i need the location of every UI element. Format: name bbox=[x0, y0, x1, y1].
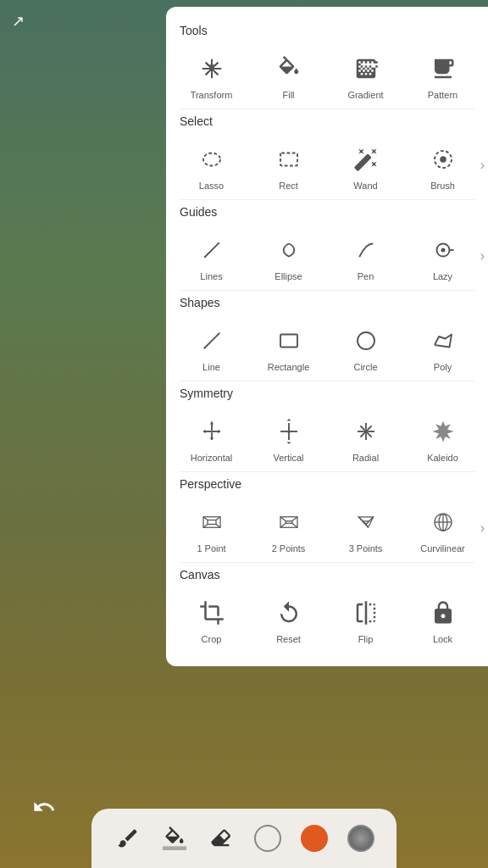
fill-label: Fill bbox=[282, 90, 294, 100]
crop-tool[interactable]: Crop bbox=[173, 588, 250, 649]
pattern-icon bbox=[425, 51, 461, 86]
svg-line-2 bbox=[205, 63, 208, 66]
fill-icon bbox=[271, 51, 307, 86]
crop-icon bbox=[194, 595, 230, 631]
perspective-grid: 1 Point 2 Points bbox=[173, 498, 481, 559]
perspective-chevron-right[interactable]: › bbox=[480, 520, 485, 536]
divider-3 bbox=[180, 290, 474, 291]
guides-grid: Lines Ellipse Pen bbox=[173, 225, 481, 287]
tools-grid: Transform Fill Gradient bbox=[173, 44, 481, 105]
ellipse-icon bbox=[271, 232, 307, 268]
line-shape-icon bbox=[194, 323, 230, 359]
ellipse-tool[interactable]: Ellipse bbox=[250, 225, 327, 287]
tools-section-title: Tools bbox=[173, 20, 481, 44]
svg-point-9 bbox=[440, 156, 446, 163]
brush-tool[interactable] bbox=[109, 820, 147, 857]
transform-label: Transform bbox=[191, 90, 233, 100]
svg-line-5 bbox=[214, 72, 218, 75]
svg-rect-7 bbox=[280, 153, 297, 166]
lazy-label: Lazy bbox=[433, 271, 452, 281]
svg-line-42 bbox=[280, 523, 286, 527]
svg-line-31 bbox=[367, 426, 371, 430]
radial-symmetry-icon bbox=[348, 414, 384, 449]
svg-point-23 bbox=[287, 430, 291, 433]
kaleido-symmetry-label: Kaleido bbox=[427, 453, 458, 463]
lock-tool[interactable]: Lock bbox=[404, 588, 481, 649]
wand-tool[interactable]: Wand bbox=[327, 135, 404, 196]
symmetry-grid: Horizontal Vertical bbox=[173, 407, 481, 468]
lazy-icon bbox=[425, 232, 461, 268]
divider-6 bbox=[180, 562, 474, 563]
kaleido-symmetry-icon bbox=[425, 414, 461, 449]
horizontal-symmetry-label: Horizontal bbox=[191, 453, 233, 463]
rect-select-tool[interactable]: Rect bbox=[250, 135, 327, 196]
reset-tool[interactable]: Reset bbox=[250, 588, 327, 649]
color-orange-button[interactable] bbox=[296, 820, 333, 857]
undo-button[interactable] bbox=[25, 788, 63, 826]
pen-tool[interactable]: Pen bbox=[327, 225, 404, 287]
svg-line-10 bbox=[204, 242, 219, 258]
pen-label: Pen bbox=[358, 271, 374, 281]
svg-line-3 bbox=[214, 63, 218, 66]
circle-shape-label: Circle bbox=[353, 362, 377, 372]
circle-shape-icon bbox=[348, 323, 384, 359]
3-points-label: 3 Points bbox=[349, 543, 383, 554]
line-shape-tool[interactable]: Line bbox=[173, 316, 250, 377]
fill-tool[interactable] bbox=[156, 820, 193, 857]
flip-tool[interactable]: Flip bbox=[327, 588, 404, 649]
lines-tool[interactable]: Lines bbox=[173, 225, 250, 287]
2-points-perspective-tool[interactable]: 2 Points bbox=[250, 498, 327, 559]
eraser-tool[interactable] bbox=[202, 820, 240, 857]
lines-icon bbox=[194, 232, 230, 268]
poly-shape-tool[interactable]: Poly bbox=[404, 316, 481, 377]
color-outline-button[interactable] bbox=[249, 820, 286, 857]
select-chevron-right[interactable]: › bbox=[480, 158, 485, 173]
curvilinear-perspective-tool[interactable]: Curvilinear bbox=[404, 498, 481, 559]
horizontal-symmetry-tool[interactable]: Horizontal bbox=[173, 407, 250, 468]
svg-line-14 bbox=[204, 333, 219, 348]
color-gray-button[interactable] bbox=[342, 820, 380, 857]
divider-4 bbox=[180, 381, 474, 381]
canvas-section-title: Canvas bbox=[173, 565, 481, 588]
1-point-perspective-tool[interactable]: 1 Point bbox=[173, 498, 250, 559]
svg-point-12 bbox=[441, 248, 445, 253]
transform-tool[interactable]: Transform bbox=[173, 44, 250, 105]
lines-label: Lines bbox=[200, 271, 222, 281]
pattern-tool[interactable]: Pattern bbox=[404, 44, 481, 105]
circle-shape-tool[interactable]: Circle bbox=[327, 316, 404, 377]
lock-label: Lock bbox=[433, 634, 452, 644]
bottom-toolbar bbox=[92, 809, 396, 868]
flip-icon bbox=[348, 595, 384, 631]
divider-1 bbox=[180, 108, 474, 109]
svg-line-4 bbox=[205, 72, 208, 75]
vertical-symmetry-icon bbox=[271, 414, 307, 449]
lasso-tool[interactable]: Lasso bbox=[173, 135, 250, 196]
rectangle-shape-tool[interactable]: Rectangle bbox=[250, 316, 327, 377]
reset-label: Reset bbox=[276, 634, 301, 644]
gradient-tool[interactable]: Gradient bbox=[327, 44, 404, 105]
fill-tool-panel[interactable]: Fill bbox=[250, 44, 327, 105]
vertical-symmetry-tool[interactable]: Vertical bbox=[250, 407, 327, 468]
guides-chevron-right[interactable]: › bbox=[480, 248, 485, 264]
curvilinear-label: Curvilinear bbox=[420, 543, 465, 554]
kaleido-symmetry-tool[interactable]: Kaleido bbox=[404, 407, 481, 468]
brush-select-tool[interactable]: Brush bbox=[404, 135, 481, 196]
svg-rect-15 bbox=[280, 335, 297, 348]
rect-label: Rect bbox=[279, 181, 298, 191]
select-grid: Lasso Rect Wand bbox=[173, 135, 481, 196]
svg-marker-49 bbox=[363, 521, 369, 525]
svg-line-46 bbox=[358, 517, 363, 521]
canvas-grid: Crop Reset Flip bbox=[173, 588, 481, 649]
radial-symmetry-tool[interactable]: Radial bbox=[327, 407, 404, 468]
horizontal-symmetry-icon bbox=[194, 414, 230, 449]
3-points-perspective-tool[interactable]: 3 Points bbox=[327, 498, 404, 559]
flip-label: Flip bbox=[358, 634, 374, 644]
3-points-perspective-icon bbox=[348, 504, 384, 540]
svg-line-41 bbox=[291, 517, 297, 521]
shapes-section-title: Shapes bbox=[173, 292, 481, 316]
pen-icon bbox=[348, 232, 384, 268]
brush-select-icon bbox=[425, 142, 461, 177]
lazy-tool[interactable]: Lazy bbox=[404, 225, 481, 287]
ellipse-label: Ellipse bbox=[274, 271, 302, 281]
svg-point-6 bbox=[203, 153, 220, 166]
